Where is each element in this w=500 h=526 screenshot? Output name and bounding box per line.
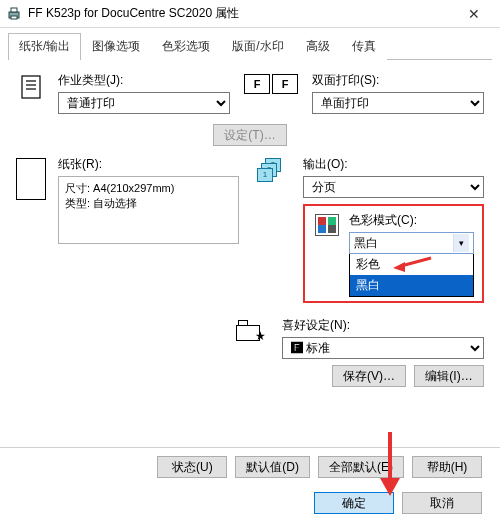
paper-info-box[interactable]: 尺寸: A4(210x297mm) 类型: 自动选择 bbox=[58, 176, 239, 244]
tab-footer: 状态(U) 默认值(D) 全部默认(E) 帮助(H) bbox=[0, 456, 500, 478]
ok-button[interactable]: 确定 bbox=[314, 492, 394, 514]
window-title: FF K523p for DocuCentre SC2020 属性 bbox=[28, 5, 454, 22]
output-label: 输出(O): bbox=[303, 156, 484, 173]
paper-type: 类型: 自动选择 bbox=[65, 196, 232, 211]
duplex-label: 双面打印(S): bbox=[312, 72, 484, 89]
separator bbox=[0, 447, 500, 448]
paper-label: 纸张(R): bbox=[58, 156, 239, 173]
svg-rect-1 bbox=[11, 8, 17, 12]
preset-save-button[interactable]: 保存(V)… bbox=[332, 365, 406, 387]
printer-icon bbox=[6, 6, 22, 22]
color-mode-label: 色彩模式(C): bbox=[349, 212, 474, 229]
color-mode-selected[interactable]: 黑白 ▾ bbox=[349, 232, 474, 254]
jobtype-select[interactable]: 普通打印 bbox=[58, 92, 230, 114]
color-mode-highlight-box: 色彩模式(C): 黑白 ▾ 彩色 黑白 bbox=[303, 204, 484, 303]
tab-layout-watermark[interactable]: 版面/水印 bbox=[221, 33, 294, 60]
preset-select[interactable]: 🅵 标准 bbox=[282, 337, 484, 359]
chevron-down-icon: ▾ bbox=[453, 234, 469, 252]
all-defaults-button[interactable]: 全部默认(E) bbox=[318, 456, 404, 478]
color-mode-option-color[interactable]: 彩色 bbox=[350, 254, 473, 275]
svg-rect-3 bbox=[22, 76, 40, 98]
duplex-icon: F F bbox=[242, 72, 300, 94]
paper-thumb-icon bbox=[16, 156, 46, 200]
close-button[interactable]: ✕ bbox=[454, 0, 494, 28]
tab-fax[interactable]: 传真 bbox=[341, 33, 387, 60]
color-mode-option-list: 彩色 黑白 bbox=[349, 254, 474, 297]
preset-icon: ★ bbox=[230, 317, 270, 341]
tab-paper-output[interactable]: 纸张/输出 bbox=[8, 33, 81, 60]
paper-size: 尺寸: A4(210x297mm) bbox=[65, 181, 232, 196]
dialog-actions: 确定 取消 bbox=[0, 492, 500, 514]
jobtype-icon bbox=[16, 72, 46, 100]
svg-rect-2 bbox=[11, 16, 17, 19]
jobtype-label: 作业类型(J): bbox=[58, 72, 230, 89]
titlebar: FF K523p for DocuCentre SC2020 属性 ✕ bbox=[0, 0, 500, 28]
output-icon: 3 2 1 bbox=[251, 156, 291, 182]
preset-label: 喜好设定(N): bbox=[282, 317, 484, 334]
duplex-select[interactable]: 单面打印 bbox=[312, 92, 484, 114]
tab-strip: 纸张/输出 图像选项 色彩选项 版面/水印 高级 传真 bbox=[8, 32, 492, 60]
output-select[interactable]: 分页 bbox=[303, 176, 484, 198]
cancel-button[interactable]: 取消 bbox=[402, 492, 482, 514]
preset-edit-button[interactable]: 编辑(I)… bbox=[414, 365, 484, 387]
tab-image-options[interactable]: 图像选项 bbox=[81, 33, 151, 60]
defaults-button[interactable]: 默认值(D) bbox=[235, 456, 310, 478]
color-mode-option-bw[interactable]: 黑白 bbox=[350, 275, 473, 296]
help-button[interactable]: 帮助(H) bbox=[412, 456, 482, 478]
tab-advanced[interactable]: 高级 bbox=[295, 33, 341, 60]
tab-color-options[interactable]: 色彩选项 bbox=[151, 33, 221, 60]
color-mode-dropdown[interactable]: 黑白 ▾ 彩色 黑白 bbox=[349, 232, 474, 297]
status-button[interactable]: 状态(U) bbox=[157, 456, 227, 478]
tab-content: 作业类型(J): 普通打印 F F 双面打印(S): 单面打印 设定(T)… 纸… bbox=[0, 60, 500, 401]
color-mode-icon bbox=[313, 212, 341, 236]
jobtype-settings-button[interactable]: 设定(T)… bbox=[213, 124, 286, 146]
